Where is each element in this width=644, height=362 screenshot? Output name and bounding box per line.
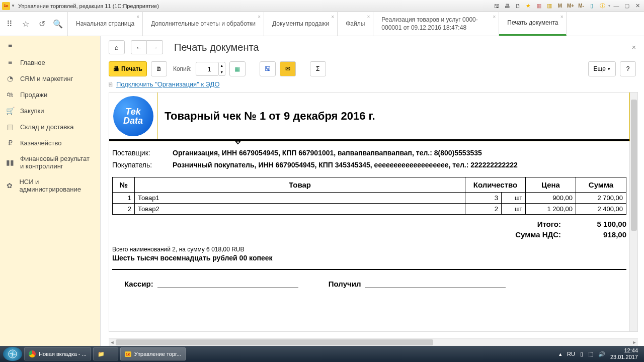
sidebar-item[interactable]: ▮▮Финансовый результат и контроллинг — [0, 151, 100, 174]
supplier-value: Организация, ИНН 6679054945, КПП 6679010… — [173, 149, 482, 157]
copies-label: Копий: — [173, 65, 192, 72]
document-viewport[interactable]: TekData Товарный чек № 1 от 9 декабря 20… — [109, 92, 638, 332]
template-button[interactable]: ▦ — [229, 61, 246, 76]
tab[interactable]: Печать документа× — [499, 12, 567, 36]
maximize-button[interactable]: ▢ — [622, 2, 631, 11]
search-icon[interactable]: 🔍 — [53, 20, 62, 29]
tab[interactable]: Файлы× — [338, 12, 373, 36]
vat-label: Сумма НДС: — [515, 230, 561, 239]
sidebar-item-icon: 🛒 — [6, 107, 14, 115]
edo-link[interactable]: Подключить "Организация" к ЭДО — [116, 80, 220, 88]
back-button[interactable]: ← — [131, 40, 147, 54]
apps-icon[interactable]: ⠿ — [5, 20, 14, 29]
tray-clock[interactable]: 12:44 23.01.2017 — [610, 347, 641, 360]
sidebar-item-icon: ₽ — [6, 139, 14, 147]
sidebar-item-label: Казначейство — [20, 139, 61, 147]
home-button[interactable]: ⌂ — [109, 40, 125, 54]
m-minus-button[interactable]: M- — [577, 2, 586, 11]
col-qty: Количество — [465, 177, 526, 193]
close-button[interactable]: ✕ — [633, 2, 642, 11]
sidebar-item[interactable]: ✿НСИ и администрирование — [0, 174, 100, 197]
vertical-scrollbar[interactable] — [629, 93, 637, 331]
tray-volume-icon[interactable]: 🔊 — [598, 351, 605, 357]
tab[interactable]: Реализация товаров и услуг 0000-000001 о… — [373, 12, 499, 36]
save-button[interactable]: 🖫 — [260, 61, 276, 76]
panel-icon[interactable]: ▯ — [587, 2, 596, 11]
tab-close-icon[interactable]: × — [331, 14, 334, 20]
minimize-button[interactable]: — — [612, 2, 621, 11]
sidebar-item-label: Склад и доставка — [20, 123, 74, 131]
windows-taskbar: Новая вкладка - ...📁1cУправление торг...… — [0, 346, 644, 362]
received-line — [365, 279, 506, 288]
forward-button: → — [147, 40, 163, 54]
calendar-icon[interactable]: ▦ — [534, 2, 543, 11]
more-button[interactable]: Еще▾ — [588, 61, 616, 76]
save-icon[interactable]: 🖫 — [492, 2, 501, 11]
tab[interactable]: Документы продажи× — [264, 12, 338, 36]
star-icon[interactable]: ☆ — [21, 20, 30, 29]
email-button[interactable]: ✉ — [280, 61, 296, 76]
tab-close-icon[interactable]: × — [493, 14, 496, 20]
print-button[interactable]: 🖶Печать — [109, 61, 147, 76]
tab-close-icon[interactable]: × — [136, 14, 139, 20]
total-value: 5 100,00 — [576, 220, 626, 228]
favorite-icon[interactable]: ★ — [524, 2, 533, 11]
tray-expand-icon[interactable]: ▴ — [559, 351, 562, 357]
company-logo: TekData — [113, 96, 153, 136]
vat-value: 918,00 — [576, 230, 626, 239]
preview-icon[interactable]: 🗋 — [513, 2, 522, 11]
sidebar-item[interactable]: ▤Склад и доставка — [0, 119, 100, 135]
language-indicator[interactable]: RU — [567, 351, 575, 357]
sidebar-item-label: Главное — [20, 59, 45, 66]
sidebar-item[interactable]: ₽Казначейство — [0, 135, 100, 151]
sidebar-toggle[interactable]: ≡ — [0, 36, 100, 54]
toolbar: 🖶Печать 🗎 Копий: ▲▼ ▦ 🖫 ✉ Σ Еще▾ ? — [101, 58, 644, 79]
count-line: Всего наименований 2, на сумму 6 018,00 … — [112, 246, 626, 253]
tab-bar: ⠿ ☆ ↺ 🔍 Начальная страница×Дополнительны… — [0, 12, 644, 36]
tab-close-icon[interactable]: × — [560, 14, 564, 20]
page-close-button[interactable]: × — [632, 43, 636, 51]
window-titlebar: 1c ▼ Управление торговлей, редакция 11 (… — [0, 0, 644, 12]
printer-icon: 🖶 — [113, 65, 119, 72]
print-label: Печать — [121, 65, 142, 72]
history-icon[interactable]: ↺ — [37, 20, 46, 29]
window-title: Управление торговлей, редакция 11 (1С:Пр… — [18, 3, 159, 9]
copies-down[interactable]: ▼ — [219, 69, 225, 75]
copies-input[interactable] — [196, 62, 219, 76]
document-title: Товарный чек № 1 от 9 декабря 2016 г. — [157, 93, 629, 139]
tab-close-icon[interactable]: × — [258, 14, 261, 20]
sum-button[interactable]: Σ — [310, 61, 326, 76]
sidebar-item[interactable]: ≡Главное — [0, 54, 100, 70]
buyer-label: Покупатель: — [112, 161, 173, 169]
sidebar-item-icon: ◔ — [6, 74, 14, 82]
tab[interactable]: Дополнительные отчеты и обработки× — [143, 12, 264, 36]
tray-network-icon[interactable]: ⬚ — [588, 351, 593, 357]
print-icon[interactable]: 🖶 — [503, 2, 512, 11]
app-menu-dropdown-icon[interactable]: ▼ — [11, 4, 15, 8]
total-label: Итого: — [537, 220, 561, 228]
edo-icon: ⎘ — [109, 81, 112, 88]
copies-up[interactable]: ▲ — [219, 62, 225, 69]
start-button[interactable] — [3, 347, 22, 361]
sidebar-item[interactable]: 🛒Закупки — [0, 103, 100, 119]
preview-button[interactable]: 🗎 — [151, 61, 167, 76]
m-button[interactable]: M — [555, 2, 565, 11]
table-row: 1Товар13шт900,002 700,00 — [113, 193, 626, 204]
cashier-label: Кассир: — [124, 280, 153, 288]
info-icon[interactable]: ⓘ — [598, 2, 607, 11]
hamburger-icon: ≡ — [6, 41, 14, 49]
help-button[interactable]: ? — [620, 61, 636, 76]
tray-flag-icon[interactable]: ▯ — [580, 351, 583, 357]
tab[interactable]: Начальная страница× — [68, 12, 143, 36]
table-row: 2Товар22шт1 200,002 400,00 — [113, 204, 626, 215]
calc-icon[interactable]: ▥ — [545, 2, 554, 11]
sidebar-item[interactable]: 🛍Продажи — [0, 86, 100, 103]
tab-close-icon[interactable]: × — [367, 14, 370, 20]
taskbar-item[interactable]: 1cУправление торг... — [120, 347, 186, 360]
m-plus-button[interactable]: M+ — [566, 2, 575, 11]
sidebar-item[interactable]: ◔CRM и маркетинг — [0, 70, 100, 86]
col-item: Товар — [135, 177, 465, 193]
taskbar-item[interactable]: Новая вкладка - ... — [24, 347, 91, 360]
taskbar-item[interactable]: 📁 — [93, 347, 118, 360]
horizontal-scrollbar[interactable]: ◄► — [109, 338, 638, 346]
